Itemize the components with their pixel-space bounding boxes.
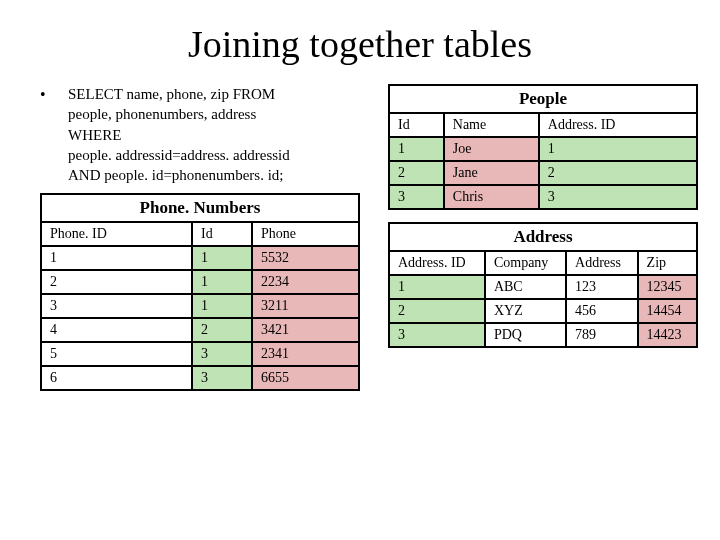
cell: 3 [192, 366, 252, 390]
cell: 1 [192, 270, 252, 294]
page-title: Joining together tables [0, 22, 720, 66]
cell: 2 [41, 270, 192, 294]
cell: 2 [389, 299, 485, 323]
cell: 5532 [252, 246, 359, 270]
cell: PDQ [485, 323, 566, 347]
table-caption: Address [389, 223, 697, 251]
table-row: 6 3 6655 [41, 366, 359, 390]
col-header: Address. ID [539, 113, 697, 137]
sql-line: people, phonenumbers, address [68, 104, 290, 124]
cell: 5 [41, 342, 192, 366]
bullet-icon: • [40, 84, 68, 185]
cell: 456 [566, 299, 638, 323]
cell: 1 [539, 137, 697, 161]
cell: 14454 [638, 299, 697, 323]
phonenumbers-table: Phone. Numbers Phone. ID Id Phone 1 1 55… [40, 193, 360, 391]
cell: 1 [41, 246, 192, 270]
cell: 123 [566, 275, 638, 299]
table-row: 2 XYZ 456 14454 [389, 299, 697, 323]
table-row: 2 1 2234 [41, 270, 359, 294]
cell: 1 [389, 275, 485, 299]
cell: 3 [389, 323, 485, 347]
left-column: • SELECT name, phone, zip FROM people, p… [40, 84, 370, 403]
sql-line: AND people. id=phonenumbers. id; [68, 165, 290, 185]
cell: 14423 [638, 323, 697, 347]
col-header: Address. ID [389, 251, 485, 275]
cell: 12345 [638, 275, 697, 299]
table-row: 1 ABC 123 12345 [389, 275, 697, 299]
cell: 1 [389, 137, 444, 161]
table-row: Address. ID Company Address Zip [389, 251, 697, 275]
table-row: 3 PDQ 789 14423 [389, 323, 697, 347]
cell: 2341 [252, 342, 359, 366]
cell: 3 [41, 294, 192, 318]
cell: 3 [539, 185, 697, 209]
table-row: 3 1 3211 [41, 294, 359, 318]
right-column: People Id Name Address. ID 1 Joe 1 2 Jan… [388, 84, 698, 403]
table-row: 4 2 3421 [41, 318, 359, 342]
table-row: 2 Jane 2 [389, 161, 697, 185]
cell: 2 [192, 318, 252, 342]
table-row: 1 1 5532 [41, 246, 359, 270]
cell: 6 [41, 366, 192, 390]
col-header: Company [485, 251, 566, 275]
sql-bullet-block: • SELECT name, phone, zip FROM people, p… [40, 84, 370, 185]
cell: 1 [192, 294, 252, 318]
table-row: 5 3 2341 [41, 342, 359, 366]
col-header: Zip [638, 251, 697, 275]
cell: 1 [192, 246, 252, 270]
cell: 3211 [252, 294, 359, 318]
sql-text: SELECT name, phone, zip FROM people, pho… [68, 84, 290, 185]
sql-line: WHERE [68, 125, 290, 145]
cell: 3 [389, 185, 444, 209]
cell: 3421 [252, 318, 359, 342]
table-row: Id Name Address. ID [389, 113, 697, 137]
col-header: Name [444, 113, 539, 137]
cell: 789 [566, 323, 638, 347]
cell: 6655 [252, 366, 359, 390]
cell: 3 [192, 342, 252, 366]
people-table: People Id Name Address. ID 1 Joe 1 2 Jan… [388, 84, 698, 210]
cell: 2 [539, 161, 697, 185]
content-area: • SELECT name, phone, zip FROM people, p… [0, 84, 720, 403]
table-caption: Phone. Numbers [41, 194, 359, 222]
cell: XYZ [485, 299, 566, 323]
table-row: 1 Joe 1 [389, 137, 697, 161]
table-row: 3 Chris 3 [389, 185, 697, 209]
cell: 2234 [252, 270, 359, 294]
cell: Jane [444, 161, 539, 185]
col-header: Id [389, 113, 444, 137]
sql-line: people. addressid=address. addressid [68, 145, 290, 165]
cell: Joe [444, 137, 539, 161]
address-table: Address Address. ID Company Address Zip … [388, 222, 698, 348]
sql-line: SELECT name, phone, zip FROM [68, 84, 290, 104]
cell: ABC [485, 275, 566, 299]
table-row: Phone. ID Id Phone [41, 222, 359, 246]
col-header: Id [192, 222, 252, 246]
col-header: Address [566, 251, 638, 275]
col-header: Phone. ID [41, 222, 192, 246]
cell: 2 [389, 161, 444, 185]
cell: Chris [444, 185, 539, 209]
cell: 4 [41, 318, 192, 342]
table-caption: People [389, 85, 697, 113]
col-header: Phone [252, 222, 359, 246]
